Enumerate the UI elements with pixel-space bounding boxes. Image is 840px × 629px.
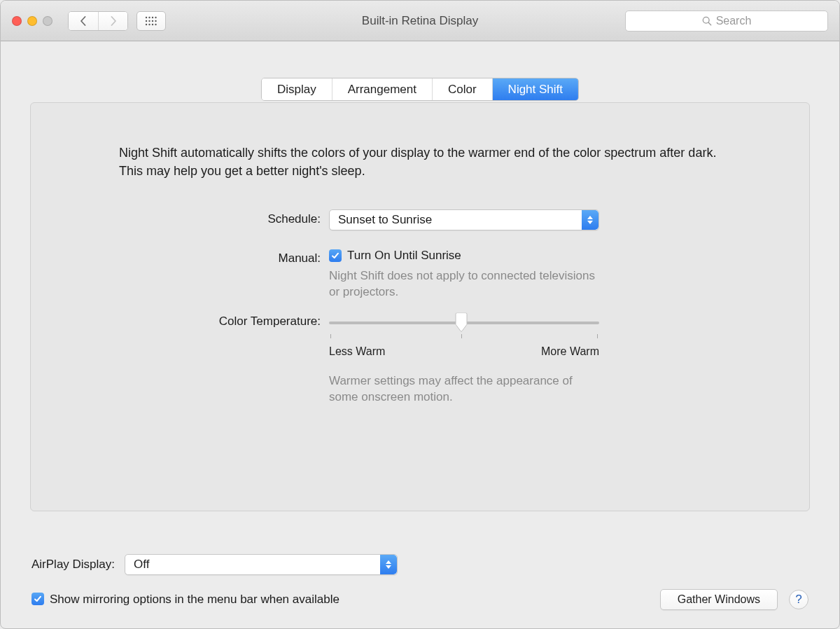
window-toolbar: Built-in Retina Display Search (1, 1, 839, 41)
nav-button-group (68, 11, 128, 31)
svg-line-13 (708, 22, 711, 25)
airplay-select[interactable]: Off (125, 554, 398, 575)
svg-point-6 (152, 20, 153, 21)
grid-icon (145, 16, 158, 26)
show-all-button[interactable] (136, 11, 166, 31)
slider-thumb-icon (453, 313, 470, 333)
chevron-right-icon (110, 16, 117, 26)
color-temperature-slider[interactable] (329, 313, 599, 333)
select-stepper-icon (380, 555, 397, 574)
checkmark-icon (34, 595, 42, 603)
slider-ticks (329, 334, 599, 340)
svg-point-1 (148, 16, 150, 18)
manual-hint: Night Shift does not apply to connected … (329, 268, 599, 300)
svg-point-0 (146, 16, 147, 18)
schedule-label: Schedule: (119, 209, 329, 230)
select-stepper-icon (582, 210, 598, 230)
slider-thumb[interactable] (453, 313, 470, 336)
back-button[interactable] (69, 12, 98, 30)
svg-point-9 (148, 23, 150, 25)
schedule-value: Sunset to Sunrise (330, 213, 440, 227)
color-temperature-hint: Warmer settings may affect the appearanc… (329, 373, 599, 406)
manual-checkbox[interactable] (329, 249, 342, 262)
svg-point-5 (148, 20, 150, 21)
gather-windows-button[interactable]: Gather Windows (660, 589, 778, 610)
search-placeholder: Search (716, 15, 752, 27)
slider-min-label: Less Warm (329, 345, 385, 358)
chevron-left-icon (80, 16, 87, 26)
tab-color[interactable]: Color (433, 78, 493, 100)
close-window-button[interactable] (12, 16, 22, 26)
manual-checkbox-label: Turn On Until Sunrise (347, 249, 461, 262)
schedule-select[interactable]: Sunset to Sunrise (329, 209, 599, 230)
search-icon (702, 16, 712, 26)
tab-night-shift[interactable]: Night Shift (493, 78, 578, 100)
help-button[interactable]: ? (789, 590, 808, 609)
forward-button[interactable] (98, 12, 127, 30)
svg-point-3 (155, 16, 156, 18)
minimize-window-button[interactable] (27, 16, 37, 26)
mirroring-checkbox[interactable] (31, 593, 44, 605)
manual-label: Manual: (119, 249, 329, 300)
tab-display[interactable]: Display (262, 78, 332, 100)
tab-bar: Display Arrangement Color Night Shift (261, 78, 579, 101)
zoom-window-button[interactable] (43, 16, 52, 26)
content-area: Display Arrangement Color Night Shift Ni… (1, 41, 839, 511)
svg-point-7 (155, 20, 156, 21)
slider-max-label: More Warm (541, 345, 599, 358)
help-icon: ? (795, 593, 802, 607)
night-shift-description: Night Shift automatically shifts the col… (119, 144, 721, 180)
window-title: Built-in Retina Display (362, 14, 478, 28)
svg-point-11 (155, 23, 156, 25)
svg-point-2 (152, 16, 153, 18)
svg-point-4 (146, 20, 147, 21)
search-field[interactable]: Search (625, 11, 828, 32)
footer: AirPlay Display: Off Show mirroring opti… (1, 554, 839, 628)
color-temperature-label: Color Temperature: (119, 313, 329, 406)
night-shift-panel: Night Shift automatically shifts the col… (30, 102, 810, 511)
tab-arrangement[interactable]: Arrangement (332, 78, 433, 100)
airplay-value: Off (125, 558, 158, 572)
traffic-lights (12, 16, 52, 26)
svg-point-8 (146, 23, 147, 25)
mirroring-label: Show mirroring options in the menu bar w… (50, 593, 340, 607)
checkmark-icon (331, 251, 340, 260)
svg-point-10 (152, 23, 153, 25)
airplay-label: AirPlay Display: (31, 558, 115, 572)
